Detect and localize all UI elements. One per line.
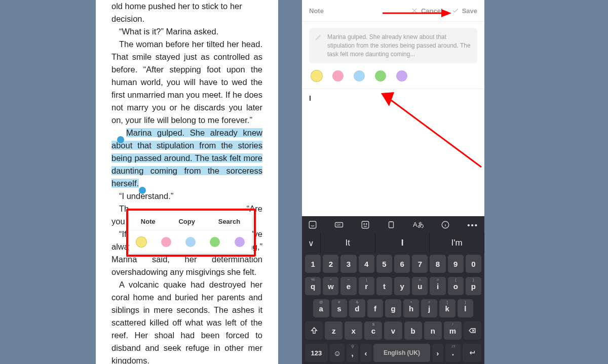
key-y[interactable]: y [394, 277, 410, 295]
translate-icon[interactable]: Aあ [413, 220, 424, 229]
para: A volcanic quake had destroyed her coral… [111, 278, 262, 364]
key-s[interactable]: #s [331, 299, 348, 317]
key-m[interactable]: /m [444, 321, 462, 340]
para: decision. [111, 13, 262, 25]
key-g[interactable]: g [385, 299, 401, 317]
key-a[interactable]: @a [313, 299, 329, 317]
suggestion-bar: ∨ It I I'm [302, 233, 484, 253]
key-u[interactable]: <u [412, 277, 428, 295]
highlight-green[interactable] [210, 237, 220, 247]
svg-rect-6 [389, 222, 394, 228]
color-green[interactable] [375, 70, 386, 82]
key-3[interactable]: 3 [340, 255, 356, 273]
key-o[interactable]: {o [448, 277, 464, 295]
key-z[interactable]: z [325, 321, 343, 340]
clipboard-icon[interactable] [387, 220, 396, 229]
highlight-blue[interactable] [185, 237, 196, 247]
shift-icon [310, 327, 318, 335]
popup-note-button[interactable]: Note [141, 218, 156, 225]
key-f[interactable]: f [367, 299, 384, 317]
key-v[interactable]: v [384, 321, 402, 340]
note-header: Note Cancel Save [302, 0, 484, 21]
space-key[interactable]: English (UK) [373, 344, 430, 362]
selection-popup: Note Copy Search [129, 213, 252, 253]
mode-key[interactable]: 123 [305, 344, 328, 362]
color-yellow[interactable] [311, 70, 322, 82]
key-k[interactable]: [k [439, 299, 455, 317]
key-row-2: @a#s&dfg+h=j[k]l [302, 297, 484, 319]
para: “What is it?” Marina asked. [111, 25, 262, 38]
period-key[interactable]: .!?. [445, 344, 461, 362]
more-icon[interactable]: ••• [467, 221, 478, 229]
key-8[interactable]: 8 [430, 255, 445, 273]
svg-point-4 [364, 224, 365, 225]
next-lang-key[interactable]: › [432, 344, 443, 362]
popup-search-button[interactable]: Search [218, 218, 240, 225]
highlight-yellow[interactable] [136, 237, 146, 247]
color-pink[interactable] [332, 70, 344, 82]
svg-rect-3 [362, 221, 369, 228]
key-x[interactable]: x [345, 321, 362, 340]
note-screen: Note Cancel Save Marina gulped. She alre… [302, 0, 484, 364]
key-5[interactable]: 5 [376, 255, 392, 273]
key-e[interactable]: ~e [340, 277, 356, 295]
key-p[interactable]: }p [466, 277, 481, 295]
color-purple[interactable] [396, 70, 407, 82]
svg-text:GIF: GIF [336, 223, 341, 226]
emoji-icon[interactable] [361, 220, 370, 229]
key-c[interactable]: $c [364, 321, 382, 340]
reader-screen: old home pushed her to stick to her deci… [96, 0, 278, 364]
key-w[interactable]: ^w [323, 277, 338, 295]
key-q[interactable]: %q [305, 277, 321, 295]
gif-icon[interactable]: GIF [334, 220, 344, 229]
highlight-purple[interactable] [235, 237, 245, 247]
key-n[interactable]: n [424, 321, 442, 340]
selection-end-handle[interactable] [139, 187, 146, 194]
close-icon [411, 7, 418, 14]
key-i[interactable]: >i [430, 277, 445, 295]
svg-point-5 [366, 224, 367, 225]
enter-key[interactable] [463, 344, 481, 362]
key-t[interactable]: t [376, 277, 392, 295]
expand-suggestions[interactable]: ∨ [302, 233, 321, 253]
key-6[interactable]: 6 [394, 255, 410, 273]
key-1[interactable]: 1 [305, 255, 321, 273]
suggestion[interactable]: I [375, 233, 430, 253]
emoji-key[interactable]: ☺ [330, 344, 345, 362]
key-d[interactable]: &d [349, 299, 365, 317]
reader-body: old home pushed her to stick to her deci… [96, 0, 278, 364]
para: old home pushed her to stick to her [111, 0, 262, 13]
keyboard: GIF Aあ ••• ∨ It I I'm 1234567890 %q^w~e|… [302, 216, 484, 364]
cancel-button[interactable]: Cancel [411, 7, 443, 15]
selection-start-handle[interactable] [117, 136, 124, 143]
note-title: Note [309, 7, 324, 15]
quoted-text: Marina gulped. She already knew about th… [327, 33, 471, 58]
svg-rect-0 [309, 221, 316, 228]
backspace-key[interactable] [464, 321, 481, 340]
key-9[interactable]: 9 [448, 255, 464, 273]
prev-lang-key[interactable]: ‹ [360, 344, 371, 362]
key-b[interactable]: b [404, 321, 422, 340]
highlighted-passage[interactable]: Marina gulped. She already knew about th… [111, 127, 262, 190]
note-text-input[interactable]: I [302, 89, 484, 107]
key-h[interactable]: +h [403, 299, 420, 317]
info-icon[interactable] [441, 220, 450, 229]
mic-key[interactable]: ⚲, [347, 344, 358, 362]
key-7[interactable]: 7 [412, 255, 428, 273]
key-r[interactable]: |r [359, 277, 374, 295]
key-0[interactable]: 0 [466, 255, 481, 273]
key-row-bottom: 123 ☺ ⚲, ‹ English (UK) › .!?. [302, 342, 484, 364]
color-blue[interactable] [354, 70, 365, 82]
key-4[interactable]: 4 [359, 255, 374, 273]
key-j[interactable]: =j [421, 299, 437, 317]
key-row-numbers: 1234567890 [302, 253, 484, 275]
suggestion[interactable]: It [321, 233, 375, 253]
popup-copy-button[interactable]: Copy [178, 218, 195, 225]
sticker-icon[interactable] [308, 220, 317, 229]
save-button[interactable]: Save [452, 7, 477, 15]
shift-key[interactable] [305, 321, 323, 340]
highlight-pink[interactable] [161, 237, 171, 247]
key-2[interactable]: 2 [323, 255, 338, 273]
key-l[interactable]: ]l [458, 299, 474, 317]
suggestion[interactable]: I'm [430, 233, 484, 253]
